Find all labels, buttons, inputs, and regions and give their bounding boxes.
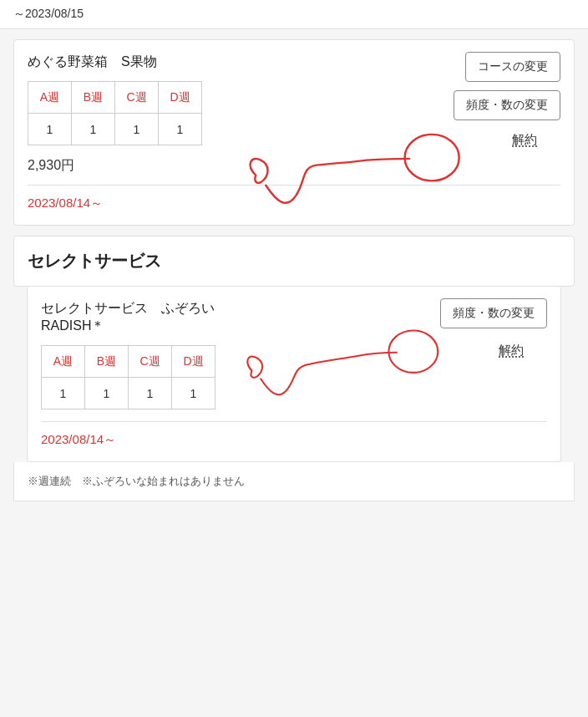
table2-header-d: D週 <box>172 346 215 378</box>
card1-date: 2023/08/14～ <box>28 196 560 211</box>
table2-header-b: B週 <box>85 346 129 378</box>
top-date-text: ～2023/08/15 <box>13 7 84 20</box>
cancel-button-2[interactable]: 解約 <box>497 341 525 360</box>
frequency-change-button-1[interactable]: 頻度・数の変更 <box>454 90 560 120</box>
card2-divider <box>41 421 547 422</box>
bottom-note: ※週連続 ※ふぞろいな始まれはありません <box>13 462 575 501</box>
page-container: ～2023/08/15 めぐる野菜箱 S果物 コースの変更 頻度・数の変更 解約… <box>0 0 588 501</box>
card1-price: 2,930円 <box>28 157 560 175</box>
table1-val-d: 1 <box>159 114 202 145</box>
section-header-card: セレクトサービス <box>13 236 575 287</box>
table1-header-d: D週 <box>159 82 202 114</box>
table1-val-a: 1 <box>28 114 72 145</box>
table2-val-a: 1 <box>42 378 85 409</box>
course-change-button[interactable]: コースの変更 <box>465 52 560 82</box>
card2-date: 2023/08/14～ <box>41 432 547 448</box>
card2: セレクトサービス ふぞろい RADISH＊ 頻度・数の変更 解約 A週 B週 C… <box>27 287 561 462</box>
table2-header-a: A週 <box>42 346 85 378</box>
table1-header-b: B週 <box>72 82 115 114</box>
top-date-bar: ～2023/08/15 <box>0 0 588 29</box>
frequency-change-button-2[interactable]: 頻度・数の変更 <box>440 298 547 328</box>
card2-wrapper: セレクトサービス ふぞろい RADISH＊ 頻度・数の変更 解約 A週 B週 C… <box>13 287 575 462</box>
table2-val-b: 1 <box>85 378 129 409</box>
schedule-table-1: A週 B週 C週 D週 1 1 1 1 <box>28 81 202 145</box>
table1-val-b: 1 <box>72 114 115 145</box>
table2-val-d: 1 <box>172 378 215 409</box>
table2-val-c: 1 <box>129 378 172 409</box>
bottom-note-text: ※週連続 ※ふぞろいな始まれはありません <box>28 475 245 487</box>
card1-wrapper: めぐる野菜箱 S果物 コースの変更 頻度・数の変更 解約 A週 B週 C週 D週… <box>13 39 575 226</box>
card1: めぐる野菜箱 S果物 コースの変更 頻度・数の変更 解約 A週 B週 C週 D週… <box>13 39 575 226</box>
table1-header-a: A週 <box>28 82 72 114</box>
schedule-table-2: A週 B週 C週 D週 1 1 1 1 <box>41 345 215 409</box>
table1-val-c: 1 <box>115 114 159 145</box>
table1-header-c: C週 <box>115 82 159 114</box>
card1-divider <box>28 185 560 186</box>
cancel-button-1[interactable]: 解約 <box>510 130 539 150</box>
section-title: セレクトサービス <box>28 250 560 272</box>
table2-header-c: C週 <box>129 346 172 378</box>
